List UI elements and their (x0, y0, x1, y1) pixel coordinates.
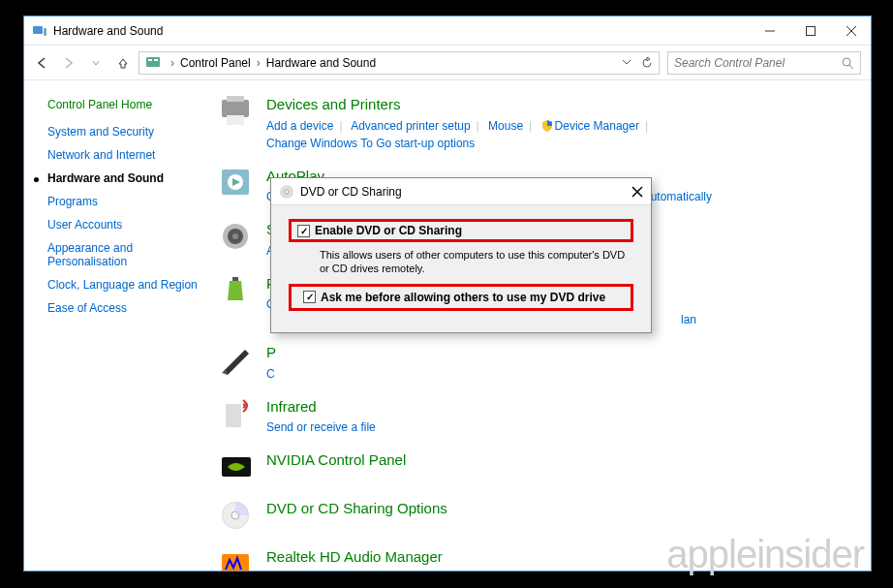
svg-rect-7 (148, 59, 152, 61)
category-pen: P C (218, 342, 851, 383)
sidebar-item-ease-access[interactable]: Ease of Access (47, 301, 210, 315)
link-windows-togo[interactable]: Change Windows To Go start-up options (266, 137, 475, 150)
svg-rect-19 (232, 277, 238, 281)
up-button[interactable] (115, 55, 131, 71)
category-title[interactable]: Devices and Printers (266, 94, 851, 116)
dialog-titlebar: DVD or CD Sharing (271, 178, 651, 205)
category-title[interactable]: Infrared (266, 396, 851, 418)
sidebar-item-appearance[interactable]: Appearance and Personalisation (47, 241, 210, 268)
titlebar: Hardware and Sound (24, 16, 871, 46)
toolbar: › Control Panel › Hardware and Sound (24, 46, 871, 80)
body: Control Panel Home System and Security N… (24, 80, 871, 571)
shield-icon (541, 120, 553, 132)
category-nvidia: NVIDIA Control Panel (218, 449, 851, 484)
sidebar-item-user-accounts[interactable]: User Accounts (47, 218, 210, 232)
link-add-device[interactable]: Add a device (266, 119, 333, 133)
link-mouse[interactable]: Mouse (488, 119, 523, 133)
window-controls (764, 25, 863, 37)
pen-icon (218, 342, 257, 377)
enable-sharing-checkbox[interactable]: ✓ (297, 225, 310, 237)
category-dvd-sharing: DVD or CD Sharing Options (218, 498, 851, 533)
category-infrared: Infrared Send or receive a file (218, 396, 851, 437)
control-panel-icon (145, 55, 161, 71)
svg-rect-20 (226, 404, 241, 427)
sidebar-item-system-security[interactable]: System and Security (47, 125, 210, 139)
hardware-sound-icon (32, 23, 47, 39)
autoplay-icon (218, 166, 257, 201)
search-box[interactable] (667, 51, 861, 75)
category-devices-printers: Devices and Printers Add a device| Advan… (218, 94, 851, 152)
disc-icon (279, 184, 294, 200)
link-send-receive[interactable]: Send or receive a file (266, 420, 376, 434)
content-area: Devices and Printers Add a device| Advan… (218, 80, 871, 571)
disc-icon (218, 498, 257, 533)
watermark: appleinsider (666, 533, 864, 576)
address-dropdown-icon[interactable] (622, 57, 631, 69)
power-icon (218, 273, 257, 308)
svg-point-9 (843, 58, 850, 66)
svg-rect-6 (146, 57, 160, 67)
category-title[interactable]: NVIDIA Control Panel (266, 449, 851, 472)
enable-sharing-label: Enable DVD or CD Sharing (315, 224, 462, 237)
dialog-close-button[interactable] (631, 186, 643, 198)
svg-rect-1 (44, 28, 46, 36)
infrared-icon (218, 396, 257, 431)
minimize-button[interactable] (764, 25, 776, 37)
highlight-box: ✓ Enable DVD or CD Sharing (289, 219, 633, 242)
forward-button[interactable] (61, 55, 77, 71)
link-printer-setup[interactable]: Advanced printer setup (351, 119, 470, 133)
nav-arrows (34, 55, 131, 71)
close-button[interactable] (846, 25, 857, 37)
ask-before-label: Ask me before allowing others to use my … (321, 291, 605, 304)
sound-icon (218, 219, 257, 254)
back-button[interactable] (34, 55, 49, 71)
svg-rect-12 (227, 96, 244, 102)
category-title[interactable]: P (266, 342, 851, 364)
realtek-icon (218, 546, 257, 571)
svg-rect-13 (227, 115, 244, 125)
link-device-manager[interactable]: Device Manager (555, 119, 639, 133)
svg-rect-8 (154, 59, 158, 61)
breadcrumb-sep-icon: › (170, 56, 174, 70)
refresh-icon[interactable] (641, 57, 653, 69)
sidebar-item-clock-region[interactable]: Clock, Language and Region (47, 278, 210, 292)
svg-rect-0 (33, 26, 43, 34)
breadcrumb-root[interactable]: Control Panel (180, 56, 251, 70)
category-title[interactable]: DVD or CD Sharing Options (266, 498, 851, 520)
search-icon[interactable] (841, 56, 854, 70)
link-partial-tail[interactable]: lan (681, 313, 696, 326)
sidebar-home[interactable]: Control Panel Home (47, 98, 210, 111)
svg-point-18 (232, 233, 238, 239)
nvidia-icon (218, 449, 257, 484)
sidebar-item-hardware-sound[interactable]: Hardware and Sound (47, 171, 210, 185)
dialog-title: DVD or CD Sharing (300, 185, 402, 199)
sharing-description: This allows users of other computers to … (320, 248, 633, 276)
search-input[interactable] (674, 56, 841, 70)
dialog-body: ✓ Enable DVD or CD Sharing This allows u… (271, 205, 651, 332)
svg-rect-11 (222, 100, 249, 117)
breadcrumb-current[interactable]: Hardware and Sound (266, 56, 376, 70)
sidebar: Control Panel Home System and Security N… (24, 80, 218, 571)
svg-point-27 (285, 190, 289, 194)
dvd-sharing-dialog: DVD or CD Sharing ✓ Enable DVD or CD Sha… (270, 177, 652, 333)
sidebar-item-network-internet[interactable]: Network and Internet (47, 148, 210, 162)
address-bar[interactable]: › Control Panel › Hardware and Sound (139, 51, 660, 75)
control-panel-window: Hardware and Sound › Control Panel › Har… (23, 15, 872, 572)
highlight-box: ✓ Ask me before allowing others to use m… (289, 284, 633, 311)
breadcrumb-sep-icon: › (257, 56, 261, 70)
printers-icon (218, 94, 257, 129)
svg-rect-3 (807, 26, 816, 35)
link-partial[interactable]: C (266, 367, 275, 381)
maximize-button[interactable] (805, 25, 816, 37)
ask-before-checkbox[interactable]: ✓ (303, 291, 316, 303)
sidebar-item-programs[interactable]: Programs (47, 195, 210, 208)
recent-dropdown[interactable] (88, 55, 104, 71)
svg-line-10 (849, 65, 853, 69)
window-title: Hardware and Sound (53, 24, 163, 38)
